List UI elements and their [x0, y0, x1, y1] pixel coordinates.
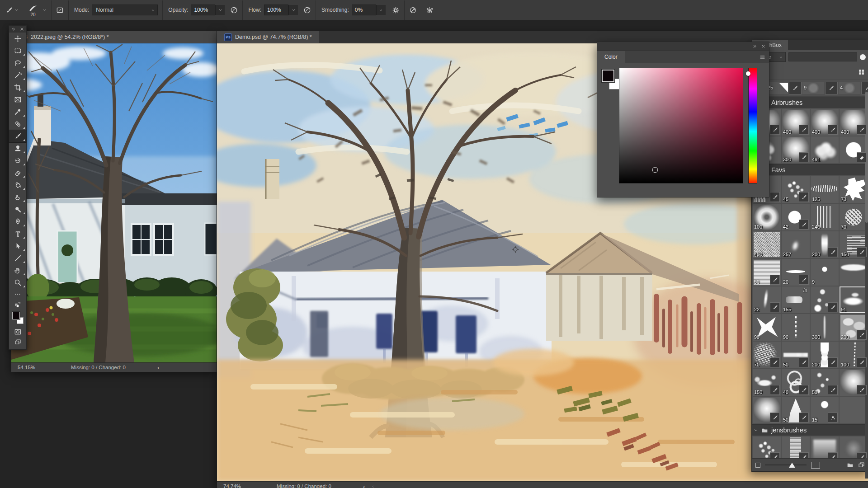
- tool-brush-selected[interactable]: [9, 130, 26, 142]
- hue-slider-marker[interactable]: [746, 71, 750, 76]
- brush-preset-300[interactable]: 300: [811, 314, 839, 341]
- brush-preset-50[interactable]: 50: [811, 369, 839, 396]
- brush-preset-400[interactable]: 400: [753, 231, 781, 258]
- brush-preset-soft-square[interactable]: [811, 436, 839, 458]
- tool-eraser[interactable]: [9, 167, 26, 179]
- recent-brush-9[interactable]: 9: [802, 82, 824, 94]
- thumbnail-large-icon[interactable]: [811, 462, 820, 469]
- brush-preset-45[interactable]: 45: [782, 176, 810, 203]
- tab-color[interactable]: Color: [597, 51, 625, 63]
- status-chevron-icon[interactable]: ›: [157, 364, 159, 371]
- tool-healing-brush[interactable]: [9, 118, 26, 130]
- saturation-brightness-field[interactable]: [619, 68, 743, 183]
- brush-preset-9[interactable]: 9: [811, 259, 839, 286]
- paint-symmetry-butterfly-icon[interactable]: [426, 6, 434, 14]
- tool-line[interactable]: [9, 252, 26, 264]
- opacity-pressure-icon[interactable]: [230, 6, 238, 14]
- collapse-tools-icon[interactable]: [11, 27, 15, 31]
- tool-preset-chevron-icon[interactable]: [14, 8, 19, 12]
- thumbnail-small-icon[interactable]: [755, 463, 760, 468]
- tool-type[interactable]: [9, 228, 26, 240]
- brush-preset-50[interactable]: 50: [753, 259, 781, 286]
- brush-preset-empty[interactable]: [840, 397, 868, 423]
- brush-preset-rough-v[interactable]: [782, 436, 810, 458]
- smoothing-field[interactable]: 0%: [352, 5, 376, 15]
- brush-preset-40[interactable]: 40: [782, 369, 810, 396]
- brush-preset-150[interactable]: 150: [840, 231, 868, 258]
- slider-thumb[interactable]: [789, 463, 795, 468]
- quick-mask-icon[interactable]: [14, 328, 22, 336]
- zoom-level-field[interactable]: 74.74%: [217, 483, 259, 488]
- panel-menu-icon[interactable]: [760, 51, 769, 63]
- tool-move[interactable]: [9, 33, 26, 45]
- brush-preset-picker[interactable]: 20: [25, 4, 41, 17]
- tool-paint-bucket[interactable]: [9, 179, 26, 191]
- close-tools-icon[interactable]: [20, 27, 24, 31]
- brush-preset-50[interactable]: 50: [782, 397, 810, 423]
- brush-preset-42[interactable]: 42: [782, 204, 810, 230]
- color-panel-titlebar[interactable]: [597, 42, 769, 51]
- close-panel-icon[interactable]: [761, 44, 765, 48]
- toggle-brush-panel-icon[interactable]: [56, 6, 64, 14]
- tool-dodge[interactable]: [9, 203, 26, 216]
- tool-smudge[interactable]: [9, 191, 26, 203]
- brush-angle-icon[interactable]: [409, 6, 417, 14]
- tool-lasso[interactable]: [9, 57, 26, 69]
- tool-path-select[interactable]: [9, 240, 26, 252]
- brushbox-scrollbar[interactable]: [865, 90, 868, 479]
- tool-eyedropper[interactable]: [9, 106, 26, 118]
- brush-preset-scatter[interactable]: [753, 436, 781, 458]
- recent-brush-4[interactable]: 4: [839, 82, 860, 94]
- collapse-panel-icon[interactable]: [753, 44, 757, 48]
- swap-colors-icon[interactable]: [14, 301, 21, 308]
- thumbnail-size-slider[interactable]: [765, 462, 807, 468]
- brush-preset-ellipse-wide[interactable]: [840, 259, 868, 286]
- reference-photo-canvas[interactable]: [11, 43, 217, 362]
- color-picker-cursor[interactable]: [652, 167, 658, 173]
- brush-preset-246[interactable]: 246: [811, 204, 839, 230]
- brush-preset-90[interactable]: 90: [782, 314, 810, 341]
- brush-preset-155[interactable]: fx155: [782, 286, 810, 313]
- brush-preset-soft-round[interactable]: [753, 397, 781, 423]
- tool-rectangular-marquee[interactable]: [9, 45, 26, 57]
- brush-preset-dabs[interactable]: [811, 286, 839, 313]
- brush-preset-125[interactable]: 125: [811, 176, 839, 203]
- tool-history-brush[interactable]: [9, 155, 26, 167]
- airbrush-icon[interactable]: [303, 6, 311, 14]
- brush-preset-257[interactable]: 257: [782, 231, 810, 258]
- tool-hand[interactable]: [9, 264, 26, 277]
- status-chevron-icon[interactable]: ›: [363, 483, 365, 488]
- brush-preset-chevron-icon[interactable]: [42, 8, 47, 12]
- new-brush-icon[interactable]: [858, 462, 865, 469]
- brush-preset-soft-fade[interactable]: [840, 436, 868, 458]
- foreground-color-swatch[interactable]: [12, 312, 20, 319]
- brush-preset-200[interactable]: 200: [840, 314, 868, 341]
- tool-clone-stamp[interactable]: [9, 142, 26, 155]
- brush-preset-70[interactable]: 70: [840, 204, 868, 230]
- brush-preset-hard-round-big[interactable]: [840, 136, 868, 163]
- brush-preset-200[interactable]: 200: [811, 342, 839, 368]
- recent-brush-badge-icon[interactable]: [825, 82, 838, 94]
- brush-section-header-jensbrushes[interactable]: jensbrushes: [752, 424, 868, 436]
- brush-preset-15[interactable]: 15: [811, 397, 839, 423]
- opacity-field[interactable]: 100%: [191, 5, 215, 15]
- grid-view-icon[interactable]: [858, 69, 865, 75]
- blend-mode-select[interactable]: Normal: [92, 5, 158, 15]
- brush-preset-200[interactable]: 200: [811, 231, 839, 258]
- brush-preset-50[interactable]: 50: [782, 342, 810, 368]
- tool-crop[interactable]: [9, 81, 26, 94]
- brush-preset-20[interactable]: 20: [782, 259, 810, 286]
- brush-preset-91[interactable]: 91: [840, 286, 868, 313]
- tool-zoom[interactable]: [9, 277, 26, 289]
- brush-search-input[interactable]: [788, 52, 857, 61]
- panel-knob-icon[interactable]: [860, 54, 866, 60]
- opacity-dropdown-icon[interactable]: [215, 5, 225, 15]
- brush-preset-100[interactable]: 100: [840, 342, 868, 368]
- foreground-color-swatch[interactable]: [602, 70, 614, 82]
- brush-preset-150[interactable]: 150: [753, 369, 781, 396]
- foreground-background-swatches[interactable]: [12, 312, 24, 324]
- brush-preset-70[interactable]: 70: [753, 342, 781, 368]
- brush-preset-100[interactable]: 100: [753, 204, 781, 230]
- brush-preset-73[interactable]: 73: [840, 176, 868, 203]
- brush-preset-soft-round[interactable]: [840, 369, 868, 396]
